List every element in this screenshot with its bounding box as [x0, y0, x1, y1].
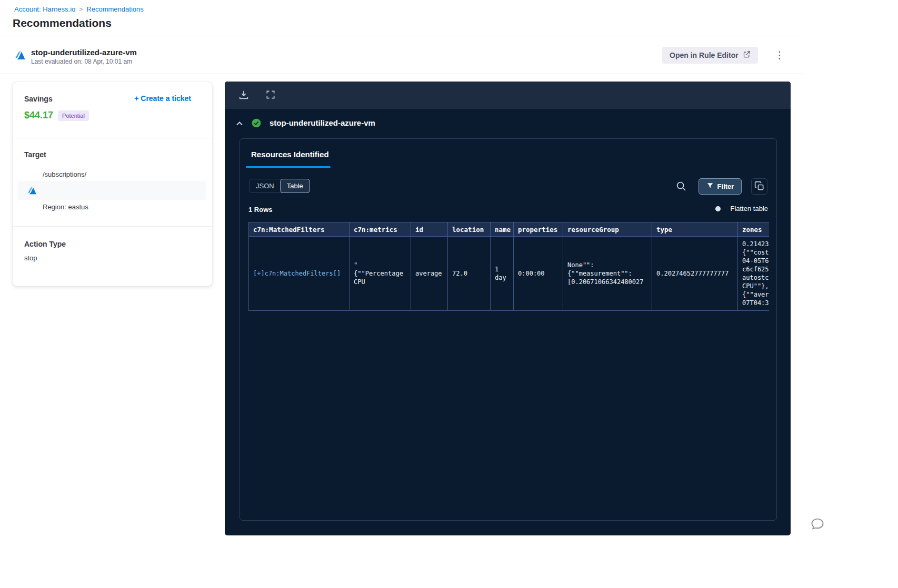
table-row: [+]c7n:MatchedFilters[] " {""Percentage …	[249, 237, 770, 311]
table-cell: None"": {""measurement"": [0.20671066342…	[563, 237, 652, 311]
table-cell: 1 day	[491, 237, 514, 311]
target-label: Target	[24, 150, 46, 159]
breadcrumb-separator: >	[79, 6, 83, 13]
download-icon	[238, 94, 250, 102]
column-header: id	[411, 222, 448, 237]
copy-button[interactable]	[751, 178, 767, 195]
divider	[0, 36, 805, 36]
table-cell: 0.21423 {""cost 04-05T6 c6cf625 autostc …	[738, 237, 770, 311]
table-cell: 72.0	[448, 237, 491, 311]
breadcrumb-link-account[interactable]: Account: Harness.io	[14, 5, 75, 13]
flatten-table-toggle[interactable]: Flatten table	[715, 205, 768, 212]
chat-bubble-icon	[810, 525, 825, 533]
column-header: location	[448, 222, 491, 237]
savings-amount: $44.17	[24, 110, 53, 121]
rule-title: stop-underutilized-azure-vm	[31, 48, 137, 57]
filter-label: Filter	[717, 183, 734, 190]
rows-count: 1 Rows	[248, 206, 273, 214]
flatten-table-label: Flatten table	[730, 205, 768, 212]
search-button[interactable]	[675, 180, 687, 193]
column-header: properties	[514, 222, 563, 237]
divider	[13, 138, 212, 138]
page-title: Recommendations	[13, 17, 112, 29]
json-view-button[interactable]: JSON	[250, 179, 281, 192]
panel-title-row: stop-underutilized-azure-vm	[225, 116, 791, 131]
target-region: Region: eastus	[43, 203, 88, 211]
savings-label: Savings	[24, 95, 53, 103]
column-header: type	[652, 222, 738, 237]
chevron-up-icon	[234, 123, 245, 130]
action-type-label: Action Type	[24, 240, 66, 248]
panel-title: stop-underutilized-azure-vm	[270, 118, 375, 127]
tab-resources-identified[interactable]: Resources Identified	[251, 150, 329, 159]
expand-button[interactable]	[264, 89, 277, 102]
target-path: /subscriptions/	[43, 170, 86, 178]
copy-icon	[754, 185, 765, 193]
search-icon	[675, 186, 687, 194]
table-cell: 0:00:00	[514, 237, 563, 311]
collapse-button[interactable]	[234, 118, 245, 130]
data-table-container: c7n:MatchedFilters c7n:metrics id locati…	[248, 222, 769, 311]
matched-filters-expand-link[interactable]: [+]c7n:MatchedFilters[]	[249, 237, 350, 311]
kebab-menu-button[interactable]: ⋮	[774, 48, 785, 63]
savings-card: Savings + Create a ticket $44.17 Potenti…	[13, 82, 212, 286]
rule-subtitle: Last evaluated on: 08 Apr, 10:01 am	[31, 58, 132, 65]
potential-badge: Potential	[58, 110, 89, 121]
data-table: c7n:MatchedFilters c7n:metrics id locati…	[248, 222, 769, 311]
column-header: c7n:MatchedFilters	[249, 222, 350, 237]
tab-active-indicator	[246, 166, 331, 168]
table-cell: " {""Percentage CPU	[350, 237, 411, 311]
download-button[interactable]	[237, 89, 250, 102]
results-panel: stop-underutilized-azure-vm Resources Id…	[225, 82, 791, 535]
open-rule-editor-button[interactable]: Open in Rule Editor	[662, 47, 758, 64]
divider	[13, 226, 212, 227]
azure-target-icon	[27, 185, 37, 196]
panel-toolbar	[225, 82, 791, 109]
filter-button[interactable]: Filter	[699, 178, 742, 195]
table-cell: 0.20274652777777777	[652, 237, 738, 311]
table-view-button[interactable]: Table	[281, 179, 310, 192]
table-cell: average	[411, 237, 448, 311]
divider	[0, 74, 805, 74]
column-header: zones	[738, 222, 770, 237]
breadcrumb: Account: Harness.io > Recommendations	[14, 5, 144, 13]
view-toggle: JSON Table	[249, 179, 310, 193]
open-rule-editor-label: Open in Rule Editor	[670, 51, 739, 59]
toggle-knob-icon	[715, 206, 721, 211]
help-button[interactable]	[810, 516, 825, 532]
column-header: resourceGroup	[563, 222, 652, 237]
funnel-icon	[706, 182, 714, 191]
external-link-icon	[743, 50, 751, 60]
check-circle-icon	[251, 118, 262, 128]
column-header: name	[491, 222, 514, 237]
expand-icon	[265, 94, 276, 102]
create-ticket-button[interactable]: + Create a ticket	[134, 94, 191, 103]
resources-panel: Resources Identified JSON Table Filter 1…	[240, 138, 777, 521]
target-row-highlight	[18, 181, 206, 200]
column-header: c7n:metrics	[350, 222, 411, 237]
breadcrumb-link-recommendations[interactable]: Recommendations	[86, 5, 143, 13]
table-header-row: c7n:MatchedFilters c7n:metrics id locati…	[249, 222, 770, 237]
action-type-value: stop	[24, 254, 37, 262]
azure-logo-icon	[14, 49, 26, 61]
